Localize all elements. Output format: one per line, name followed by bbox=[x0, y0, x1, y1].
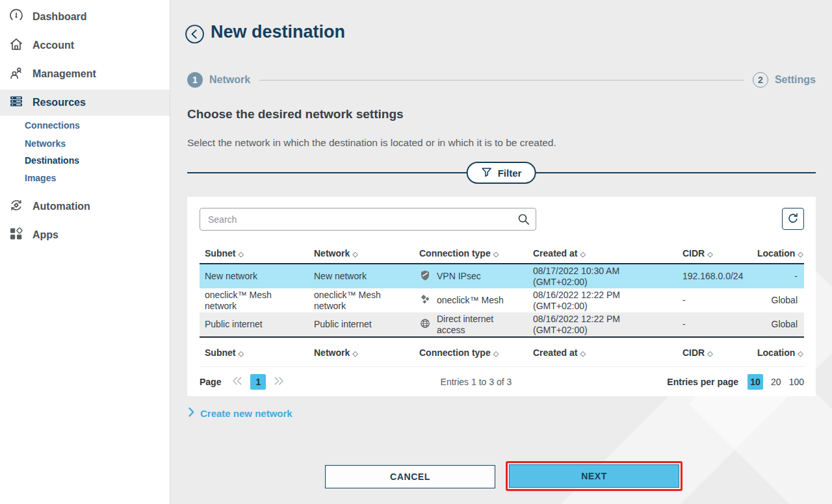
back-button[interactable] bbox=[185, 24, 205, 44]
sidebar-item-connections[interactable]: Connections bbox=[25, 118, 80, 132]
sort-icon: ◇ bbox=[580, 349, 585, 357]
cell-location: Global bbox=[752, 318, 804, 331]
sort-icon: ◇ bbox=[238, 250, 243, 258]
last-page-button[interactable] bbox=[272, 376, 285, 388]
sort-icon: ◇ bbox=[798, 250, 803, 258]
first-page-button[interactable] bbox=[231, 376, 244, 388]
table-header-row: Subnet◇ Network◇ Connection type◇ Create… bbox=[200, 244, 804, 264]
cell-created-at: 08/17/2022 10:30 AM (GMT+02:00) bbox=[528, 264, 677, 288]
sidebar-item-label: Dashboard bbox=[32, 11, 87, 23]
cell-subnet: oneclick™ Mesh network bbox=[200, 288, 309, 312]
table-footer-header-row: Subnet◇ Network◇ Connection type◇ Create… bbox=[200, 338, 804, 368]
search-input[interactable] bbox=[200, 208, 536, 231]
cell-cidr: - bbox=[677, 294, 752, 307]
cell-location: Global bbox=[752, 294, 804, 307]
column-header-location[interactable]: Location◇ bbox=[752, 347, 810, 358]
stepper-connector bbox=[259, 80, 744, 81]
step-number-badge: 1 bbox=[187, 72, 203, 88]
create-new-network-label: Create new network bbox=[200, 408, 292, 419]
sidebar-item-networks[interactable]: Networks bbox=[25, 136, 66, 151]
server-icon bbox=[8, 94, 24, 112]
page-size-option-100[interactable]: 100 bbox=[789, 377, 804, 387]
table-body: New network New network VPN IPsec bbox=[200, 264, 804, 338]
sidebar-item-management[interactable]: Management bbox=[0, 61, 170, 87]
double-chevron-left-icon bbox=[231, 376, 244, 388]
search-field-wrapper bbox=[200, 208, 536, 231]
sidebar-item-apps[interactable]: Apps bbox=[0, 222, 170, 248]
cell-cidr: 192.168.0.0/24 bbox=[677, 270, 752, 283]
cell-location: - bbox=[752, 270, 804, 283]
apps-grid-icon bbox=[8, 226, 24, 244]
table-row[interactable]: Public internet Public internet Direct i bbox=[200, 312, 804, 336]
step-settings[interactable]: 2 Settings bbox=[753, 72, 816, 88]
mesh-icon bbox=[419, 294, 431, 308]
sort-icon: ◇ bbox=[493, 349, 499, 357]
sort-icon: ◇ bbox=[493, 250, 499, 258]
users-icon bbox=[8, 65, 24, 83]
create-new-network-link[interactable]: Create new network bbox=[188, 407, 292, 419]
table-row[interactable]: oneclick™ Mesh network oneclick™ Mesh ne… bbox=[200, 288, 804, 312]
sidebar-item-label: Management bbox=[32, 68, 96, 80]
column-header-location[interactable]: Location◇ bbox=[752, 248, 810, 258]
entries-per-page-label: Entries per page bbox=[667, 377, 738, 387]
filter-button-label: Filter bbox=[498, 168, 522, 179]
column-header-created-at[interactable]: Created at◇ bbox=[528, 347, 677, 358]
sort-icon: ◇ bbox=[798, 349, 803, 357]
sidebar-subitem-label: Destinations bbox=[25, 155, 79, 166]
sidebar-item-resources[interactable]: Resources bbox=[0, 90, 170, 116]
double-chevron-right-icon bbox=[272, 376, 285, 388]
sidebar-item-images[interactable]: Images bbox=[25, 171, 56, 185]
cell-subnet: New network bbox=[200, 270, 309, 283]
chevron-right-icon bbox=[188, 407, 194, 419]
networks-table: Subnet◇ Network◇ Connection type◇ Create… bbox=[200, 244, 804, 368]
entries-summary: Entries 1 to 3 of 3 bbox=[285, 377, 667, 387]
annotation-highlight-box: NEXT bbox=[506, 461, 682, 491]
sidebar-item-automation[interactable]: Automation bbox=[0, 194, 170, 220]
column-header-connection-type[interactable]: Connection type◇ bbox=[414, 248, 528, 258]
column-header-network[interactable]: Network◇ bbox=[309, 347, 414, 358]
sidebar-item-destinations[interactable]: Destinations bbox=[25, 153, 79, 168]
column-header-created-at[interactable]: Created at◇ bbox=[528, 248, 677, 258]
chevron-left-circle-icon bbox=[185, 36, 205, 46]
cell-network: Public internet bbox=[309, 318, 414, 331]
table-row[interactable]: New network New network VPN IPsec bbox=[200, 264, 804, 288]
next-button[interactable]: NEXT bbox=[509, 464, 679, 488]
sort-icon: ◇ bbox=[352, 349, 358, 357]
refresh-button[interactable] bbox=[782, 208, 804, 230]
sort-icon: ◇ bbox=[238, 349, 243, 357]
shield-icon bbox=[419, 270, 431, 284]
filter-button[interactable]: Filter bbox=[467, 162, 536, 184]
column-header-connection-type[interactable]: Connection type◇ bbox=[414, 347, 528, 358]
step-label: Settings bbox=[775, 74, 816, 86]
column-header-cidr[interactable]: CIDR◇ bbox=[677, 347, 752, 358]
sidebar-subitem-label: Images bbox=[25, 173, 56, 183]
cell-created-at: 08/16/2022 12:22 PM (GMT+02:00) bbox=[528, 312, 677, 336]
cancel-button[interactable]: CANCEL bbox=[325, 465, 495, 488]
page-size-option-10[interactable]: 10 bbox=[748, 374, 763, 390]
main-content: New destination 1 Network 2 Settings Cho… bbox=[170, 0, 832, 504]
sync-gear-icon bbox=[8, 197, 24, 216]
page-label: Page bbox=[200, 377, 221, 387]
gauge-icon bbox=[8, 8, 24, 26]
cell-connection-type: Direct internet access bbox=[414, 312, 528, 336]
search-icon[interactable] bbox=[517, 212, 530, 229]
current-page-indicator[interactable]: 1 bbox=[250, 374, 266, 390]
cell-created-at: 08/16/2022 12:22 PM (GMT+02:00) bbox=[528, 288, 677, 312]
refresh-icon bbox=[786, 212, 800, 227]
sidebar-subitem-label: Connections bbox=[25, 120, 80, 131]
sidebar-subitem-label: Networks bbox=[25, 138, 66, 149]
column-header-network[interactable]: Network◇ bbox=[309, 248, 414, 258]
column-header-subnet[interactable]: Subnet◇ bbox=[200, 248, 309, 258]
connection-type-label: oneclick™ Mesh bbox=[437, 295, 504, 306]
page-size-option-20[interactable]: 20 bbox=[771, 377, 781, 387]
section-description: Select the network in which the destinat… bbox=[187, 137, 556, 149]
sort-icon: ◇ bbox=[707, 349, 712, 357]
column-header-subnet[interactable]: Subnet◇ bbox=[200, 347, 309, 358]
column-header-cidr[interactable]: CIDR◇ bbox=[677, 248, 752, 258]
step-network[interactable]: 1 Network bbox=[187, 72, 250, 88]
sidebar-item-dashboard[interactable]: Dashboard bbox=[0, 4, 170, 30]
cell-network: oneclick™ Mesh network bbox=[309, 288, 414, 312]
sidebar-item-account[interactable]: Account bbox=[0, 32, 170, 58]
sidebar-item-label: Resources bbox=[32, 97, 86, 108]
pagination-bar: Page 1 Entries 1 to 3 bbox=[200, 366, 804, 396]
